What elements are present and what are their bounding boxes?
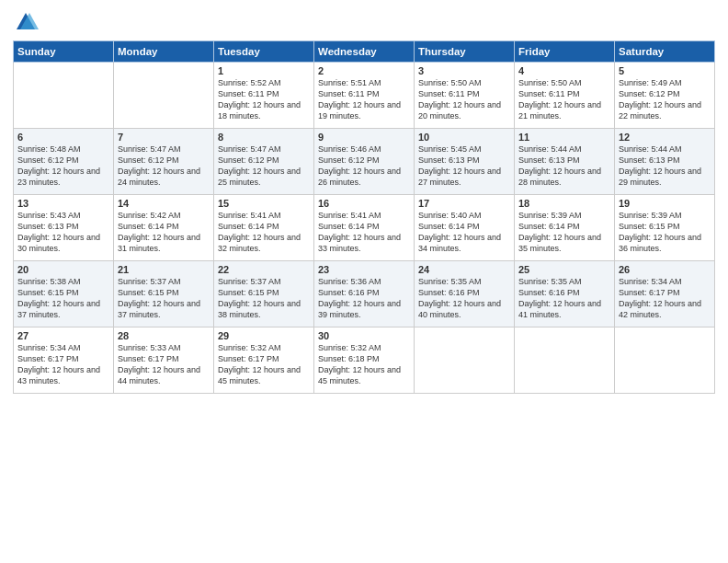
cell-2-2: 7Sunrise: 5:47 AM Sunset: 6:12 PM Daylig… xyxy=(114,129,214,195)
day-number: 10 xyxy=(418,132,510,143)
cell-3-6: 18Sunrise: 5:39 AM Sunset: 6:14 PM Dayli… xyxy=(515,195,615,261)
cell-2-1: 6Sunrise: 5:48 AM Sunset: 6:12 PM Daylig… xyxy=(14,129,114,195)
day-number: 3 xyxy=(418,65,510,76)
day-number: 29 xyxy=(218,330,310,341)
cell-info: Sunrise: 5:52 AM Sunset: 6:11 PM Dayligh… xyxy=(218,77,310,122)
day-number: 13 xyxy=(17,198,109,209)
cell-info: Sunrise: 5:50 AM Sunset: 6:11 PM Dayligh… xyxy=(518,77,610,122)
cell-info: Sunrise: 5:47 AM Sunset: 6:12 PM Dayligh… xyxy=(218,144,310,189)
day-number: 20 xyxy=(17,264,109,275)
cell-5-2: 28Sunrise: 5:33 AM Sunset: 6:17 PM Dayli… xyxy=(114,327,214,394)
cell-2-5: 10Sunrise: 5:45 AM Sunset: 6:13 PM Dayli… xyxy=(415,129,515,195)
cell-3-5: 17Sunrise: 5:40 AM Sunset: 6:14 PM Dayli… xyxy=(415,195,515,261)
col-header-saturday: Saturday xyxy=(615,41,715,63)
week-row-3: 13Sunrise: 5:43 AM Sunset: 6:13 PM Dayli… xyxy=(14,195,715,261)
cell-info: Sunrise: 5:37 AM Sunset: 6:15 PM Dayligh… xyxy=(118,276,210,321)
col-header-sunday: Sunday xyxy=(14,41,114,63)
cell-3-7: 19Sunrise: 5:39 AM Sunset: 6:15 PM Dayli… xyxy=(615,195,715,261)
day-number: 16 xyxy=(318,198,410,209)
cell-info: Sunrise: 5:42 AM Sunset: 6:14 PM Dayligh… xyxy=(118,210,210,255)
week-row-4: 20Sunrise: 5:38 AM Sunset: 6:15 PM Dayli… xyxy=(14,261,715,327)
cell-1-6: 4Sunrise: 5:50 AM Sunset: 6:11 PM Daylig… xyxy=(515,63,615,129)
cell-info: Sunrise: 5:40 AM Sunset: 6:14 PM Dayligh… xyxy=(418,210,510,255)
header xyxy=(13,9,715,35)
day-number: 5 xyxy=(619,65,711,76)
day-number: 15 xyxy=(218,198,310,209)
cell-4-7: 26Sunrise: 5:34 AM Sunset: 6:17 PM Dayli… xyxy=(615,261,715,327)
col-header-tuesday: Tuesday xyxy=(214,41,314,63)
cell-info: Sunrise: 5:43 AM Sunset: 6:13 PM Dayligh… xyxy=(17,210,109,255)
cell-4-6: 25Sunrise: 5:35 AM Sunset: 6:16 PM Dayli… xyxy=(515,261,615,327)
cell-info: Sunrise: 5:44 AM Sunset: 6:13 PM Dayligh… xyxy=(518,144,610,189)
cell-4-1: 20Sunrise: 5:38 AM Sunset: 6:15 PM Dayli… xyxy=(14,261,114,327)
cell-2-4: 9Sunrise: 5:46 AM Sunset: 6:12 PM Daylig… xyxy=(314,129,415,195)
day-number: 17 xyxy=(418,198,510,209)
col-header-friday: Friday xyxy=(515,41,615,63)
cell-info: Sunrise: 5:47 AM Sunset: 6:12 PM Dayligh… xyxy=(118,144,210,189)
cell-1-3: 1Sunrise: 5:52 AM Sunset: 6:11 PM Daylig… xyxy=(214,63,314,129)
cell-2-3: 8Sunrise: 5:47 AM Sunset: 6:12 PM Daylig… xyxy=(214,129,314,195)
cell-info: Sunrise: 5:36 AM Sunset: 6:16 PM Dayligh… xyxy=(318,276,410,321)
cell-info: Sunrise: 5:35 AM Sunset: 6:16 PM Dayligh… xyxy=(518,276,610,321)
cell-info: Sunrise: 5:32 AM Sunset: 6:17 PM Dayligh… xyxy=(218,342,310,387)
day-number: 2 xyxy=(318,65,410,76)
cell-info: Sunrise: 5:34 AM Sunset: 6:17 PM Dayligh… xyxy=(17,342,109,387)
cell-3-3: 15Sunrise: 5:41 AM Sunset: 6:14 PM Dayli… xyxy=(214,195,314,261)
day-number: 27 xyxy=(17,330,109,341)
logo-icon xyxy=(13,9,39,35)
day-number: 19 xyxy=(619,198,711,209)
day-number: 25 xyxy=(518,264,610,275)
day-number: 7 xyxy=(118,132,210,143)
day-number: 6 xyxy=(17,132,109,143)
cell-5-4: 30Sunrise: 5:32 AM Sunset: 6:18 PM Dayli… xyxy=(314,327,415,394)
cell-4-4: 23Sunrise: 5:36 AM Sunset: 6:16 PM Dayli… xyxy=(314,261,415,327)
cell-info: Sunrise: 5:37 AM Sunset: 6:15 PM Dayligh… xyxy=(218,276,310,321)
day-number: 12 xyxy=(619,132,711,143)
cell-3-4: 16Sunrise: 5:41 AM Sunset: 6:14 PM Dayli… xyxy=(314,195,415,261)
cell-info: Sunrise: 5:41 AM Sunset: 6:14 PM Dayligh… xyxy=(218,210,310,255)
week-row-5: 27Sunrise: 5:34 AM Sunset: 6:17 PM Dayli… xyxy=(14,327,715,394)
cell-info: Sunrise: 5:39 AM Sunset: 6:14 PM Dayligh… xyxy=(518,210,610,255)
cell-2-7: 12Sunrise: 5:44 AM Sunset: 6:13 PM Dayli… xyxy=(615,129,715,195)
cell-info: Sunrise: 5:38 AM Sunset: 6:15 PM Dayligh… xyxy=(17,276,109,321)
day-number: 18 xyxy=(518,198,610,209)
cell-1-7: 5Sunrise: 5:49 AM Sunset: 6:12 PM Daylig… xyxy=(615,63,715,129)
header-row: SundayMondayTuesdayWednesdayThursdayFrid… xyxy=(14,41,715,63)
cell-1-5: 3Sunrise: 5:50 AM Sunset: 6:11 PM Daylig… xyxy=(415,63,515,129)
cell-info: Sunrise: 5:46 AM Sunset: 6:12 PM Dayligh… xyxy=(318,144,410,189)
day-number: 8 xyxy=(218,132,310,143)
logo xyxy=(13,9,42,35)
page: SundayMondayTuesdayWednesdayThursdayFrid… xyxy=(0,0,728,563)
cell-5-6 xyxy=(515,327,615,394)
cell-1-2 xyxy=(114,63,214,129)
day-number: 22 xyxy=(218,264,310,275)
calendar-table: SundayMondayTuesdayWednesdayThursdayFrid… xyxy=(13,40,715,394)
day-number: 11 xyxy=(518,132,610,143)
cell-3-2: 14Sunrise: 5:42 AM Sunset: 6:14 PM Dayli… xyxy=(114,195,214,261)
cell-4-5: 24Sunrise: 5:35 AM Sunset: 6:16 PM Dayli… xyxy=(415,261,515,327)
cell-5-1: 27Sunrise: 5:34 AM Sunset: 6:17 PM Dayli… xyxy=(14,327,114,394)
day-number: 30 xyxy=(318,330,410,341)
day-number: 21 xyxy=(118,264,210,275)
col-header-monday: Monday xyxy=(114,41,214,63)
cell-5-5 xyxy=(415,327,515,394)
day-number: 26 xyxy=(619,264,711,275)
cell-4-2: 21Sunrise: 5:37 AM Sunset: 6:15 PM Dayli… xyxy=(114,261,214,327)
week-row-1: 1Sunrise: 5:52 AM Sunset: 6:11 PM Daylig… xyxy=(14,63,715,129)
cell-info: Sunrise: 5:49 AM Sunset: 6:12 PM Dayligh… xyxy=(619,77,711,122)
day-number: 9 xyxy=(318,132,410,143)
col-header-wednesday: Wednesday xyxy=(314,41,415,63)
cell-5-3: 29Sunrise: 5:32 AM Sunset: 6:17 PM Dayli… xyxy=(214,327,314,394)
day-number: 1 xyxy=(218,65,310,76)
cell-4-3: 22Sunrise: 5:37 AM Sunset: 6:15 PM Dayli… xyxy=(214,261,314,327)
cell-info: Sunrise: 5:41 AM Sunset: 6:14 PM Dayligh… xyxy=(318,210,410,255)
cell-info: Sunrise: 5:35 AM Sunset: 6:16 PM Dayligh… xyxy=(418,276,510,321)
cell-info: Sunrise: 5:45 AM Sunset: 6:13 PM Dayligh… xyxy=(418,144,510,189)
cell-1-4: 2Sunrise: 5:51 AM Sunset: 6:11 PM Daylig… xyxy=(314,63,415,129)
cell-info: Sunrise: 5:48 AM Sunset: 6:12 PM Dayligh… xyxy=(17,144,109,189)
day-number: 24 xyxy=(418,264,510,275)
day-number: 23 xyxy=(318,264,410,275)
cell-info: Sunrise: 5:44 AM Sunset: 6:13 PM Dayligh… xyxy=(619,144,711,189)
cell-1-1 xyxy=(14,63,114,129)
cell-3-1: 13Sunrise: 5:43 AM Sunset: 6:13 PM Dayli… xyxy=(14,195,114,261)
